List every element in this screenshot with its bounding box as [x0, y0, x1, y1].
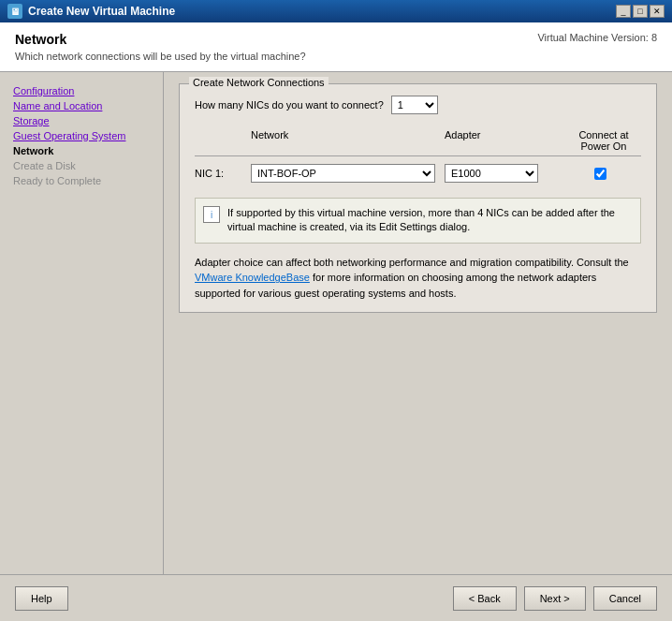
body-section: Configuration Name and Location Storage … — [0, 72, 672, 574]
page-title: Network — [15, 32, 306, 47]
sidebar-item-guest-os[interactable]: Guest Operating System — [9, 128, 153, 143]
sidebar-item-storage[interactable]: Storage — [9, 113, 153, 128]
nic-1-row: NIC 1: INT-BOF-OP E1000 VMXNET VMXNET3 — [195, 164, 641, 183]
footer-right: < Back Next > Cancel — [453, 586, 657, 611]
maximize-button[interactable]: □ — [633, 5, 648, 18]
sidebar-item-network: Network — [9, 143, 153, 158]
content-area: Create Network Connections How many NICs… — [164, 72, 672, 574]
info-message: If supported by this virtual machine ver… — [227, 206, 633, 235]
app-icon: 🖥 — [7, 4, 22, 19]
sidebar-item-name-location[interactable]: Name and Location — [9, 98, 153, 113]
back-button[interactable]: < Back — [453, 586, 517, 611]
footer-section: Help < Back Next > Cancel — [0, 574, 672, 621]
help-button[interactable]: Help — [15, 586, 68, 611]
main-container: Network Which network connections will b… — [0, 22, 672, 621]
nic-count-label: How many NICs do you want to connect? — [195, 99, 384, 111]
title-bar: 🖥 Create New Virtual Machine _ □ ✕ — [0, 0, 672, 22]
col-network: Network — [251, 129, 445, 152]
col-adapter: Adapter — [445, 129, 566, 152]
col-nic-label — [195, 129, 251, 152]
nic-count-row: How many NICs do you want to connect? 1 … — [195, 96, 641, 114]
minimize-button[interactable]: _ — [616, 5, 631, 18]
footer-left: Help — [15, 586, 68, 611]
nic-table-header: Network Adapter Connect atPower On — [195, 129, 641, 156]
sidebar: Configuration Name and Location Storage … — [0, 72, 164, 574]
header-left: Network Which network connections will b… — [15, 32, 306, 62]
close-button[interactable]: ✕ — [650, 5, 665, 18]
sidebar-item-configuration[interactable]: Configuration — [9, 83, 153, 98]
title-bar-controls[interactable]: _ □ ✕ — [616, 5, 665, 18]
sidebar-item-ready-complete: Ready to Complete — [9, 173, 153, 188]
panel-title: Create Network Connections — [189, 77, 329, 88]
info-icon: i — [203, 206, 220, 223]
nic-1-adapter-select[interactable]: E1000 VMXNET VMXNET3 — [445, 164, 538, 183]
next-button[interactable]: Next > — [524, 586, 586, 611]
col-connect-power-on: Connect atPower On — [566, 129, 641, 152]
network-connections-panel: Create Network Connections How many NICs… — [179, 83, 657, 313]
sidebar-item-create-disk: Create a Disk — [9, 158, 153, 173]
nic-1-network-select[interactable]: INT-BOF-OP — [251, 164, 435, 183]
vmware-knowledgebase-link[interactable]: VMware KnowledgeBase — [195, 272, 310, 283]
cancel-button[interactable]: Cancel — [593, 586, 657, 611]
title-bar-left: 🖥 Create New Virtual Machine — [7, 4, 175, 19]
window-title: Create New Virtual Machine — [28, 5, 175, 18]
nic-count-select[interactable]: 1 2 3 4 — [391, 96, 438, 114]
header-section: Network Which network connections will b… — [0, 22, 672, 72]
vm-version-label: Virtual Machine Version: 8 — [537, 32, 657, 43]
nic-1-connect-checkbox[interactable] — [594, 168, 606, 180]
page-subtitle: Which network connections will be used b… — [15, 51, 306, 62]
nic-1-label: NIC 1: — [195, 168, 251, 179]
adapter-note: Adapter choice can affect both networkin… — [195, 255, 641, 302]
info-box: i If supported by this virtual machine v… — [195, 198, 641, 244]
